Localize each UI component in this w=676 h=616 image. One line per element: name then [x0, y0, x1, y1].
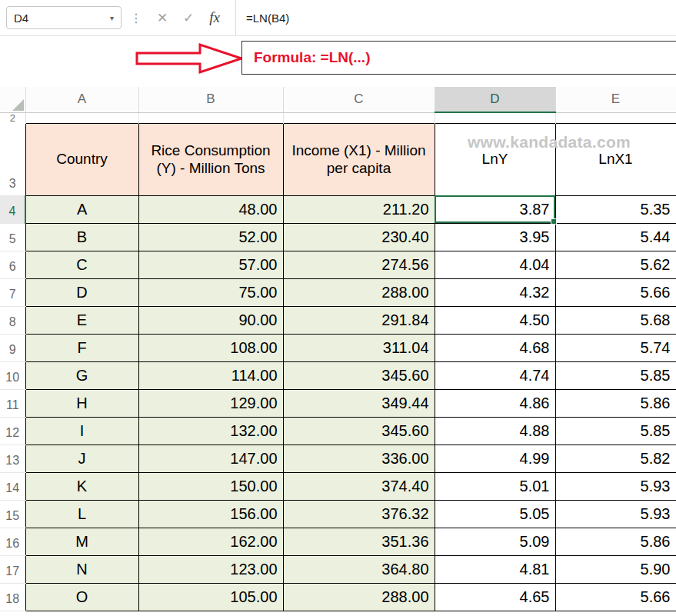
- cell[interactable]: 374.40: [283, 472, 435, 500]
- cell[interactable]: 4.50: [435, 306, 555, 334]
- cell[interactable]: 364.80: [283, 555, 435, 583]
- cell[interactable]: 5.86: [555, 389, 676, 417]
- row-number[interactable]: 6: [0, 251, 25, 278]
- cell[interactable]: 5.66: [555, 278, 676, 306]
- column-header[interactable]: C: [283, 87, 435, 112]
- cell[interactable]: 108.00: [138, 334, 283, 361]
- cell[interactable]: 4.74: [435, 361, 555, 389]
- cell[interactable]: 5.93: [555, 472, 676, 500]
- cell[interactable]: 211.20: [283, 195, 435, 223]
- cell[interactable]: I: [25, 417, 138, 445]
- cell[interactable]: F: [25, 334, 138, 361]
- cell[interactable]: 4.88: [435, 417, 555, 445]
- row-number[interactable]: 3: [0, 123, 25, 195]
- insert-function-button[interactable]: fx: [201, 5, 228, 31]
- cell[interactable]: 132.00: [138, 417, 283, 445]
- row-number[interactable]: 4: [0, 195, 25, 223]
- row-number[interactable]: 8: [0, 306, 25, 334]
- header-cell[interactable]: Country: [25, 123, 138, 195]
- cell[interactable]: 288.00: [283, 583, 435, 611]
- cell[interactable]: 5.86: [555, 528, 676, 555]
- row-number[interactable]: 13: [0, 445, 25, 472]
- row-number[interactable]: 5: [0, 223, 25, 251]
- cell[interactable]: 311.04: [283, 334, 435, 361]
- cell[interactable]: 75.00: [138, 278, 283, 306]
- select-all-button[interactable]: [0, 87, 25, 112]
- cell[interactable]: 4.32: [435, 278, 555, 306]
- enter-button[interactable]: ✓: [175, 5, 201, 31]
- cell[interactable]: 5.90: [555, 555, 676, 583]
- cell[interactable]: 4.81: [435, 555, 555, 583]
- header-cell[interactable]: LnY: [435, 123, 555, 195]
- chevron-down-icon[interactable]: ▾: [105, 14, 114, 22]
- cell[interactable]: 162.00: [138, 528, 283, 555]
- cell[interactable]: 48.00: [138, 195, 283, 223]
- cell[interactable]: [555, 112, 676, 123]
- cell[interactable]: A: [25, 195, 138, 223]
- cell[interactable]: 336.00: [283, 445, 435, 472]
- row-number[interactable]: 15: [0, 500, 25, 528]
- cell[interactable]: 105.00: [138, 583, 283, 611]
- row-number[interactable]: 18: [0, 583, 25, 611]
- header-cell[interactable]: LnX1: [555, 123, 676, 195]
- cell[interactable]: 150.00: [138, 472, 283, 500]
- cell[interactable]: L: [25, 500, 138, 528]
- cell[interactable]: 5.85: [555, 417, 676, 445]
- row-number[interactable]: 2: [0, 112, 25, 123]
- row-number[interactable]: 12: [0, 417, 25, 445]
- cell[interactable]: 5.66: [555, 583, 676, 611]
- cell[interactable]: 230.40: [283, 223, 435, 251]
- cell[interactable]: [25, 112, 138, 123]
- cell[interactable]: 351.36: [283, 528, 435, 555]
- cell[interactable]: 3.95: [435, 223, 555, 251]
- cell[interactable]: O: [25, 583, 138, 611]
- cell[interactable]: 123.00: [138, 555, 283, 583]
- cell[interactable]: 57.00: [138, 251, 283, 278]
- row-number[interactable]: 7: [0, 278, 25, 306]
- cell[interactable]: 5.82: [555, 445, 676, 472]
- header-cell[interactable]: Income (X1) - Million per capita: [283, 123, 435, 195]
- cell[interactable]: 4.68: [435, 334, 555, 361]
- row-number[interactable]: 17: [0, 555, 25, 583]
- cell[interactable]: 5.85: [555, 361, 676, 389]
- cell[interactable]: [435, 112, 555, 123]
- cell[interactable]: 345.60: [283, 361, 435, 389]
- cell[interactable]: 90.00: [138, 306, 283, 334]
- cell[interactable]: [138, 112, 283, 123]
- column-header[interactable]: A: [25, 87, 138, 112]
- cell[interactable]: 5.68: [555, 306, 676, 334]
- cell[interactable]: D: [25, 278, 138, 306]
- header-cell[interactable]: Rice Consumption (Y) - Million Tons: [138, 123, 283, 195]
- cell[interactable]: 5.01: [435, 472, 555, 500]
- cell[interactable]: K: [25, 472, 138, 500]
- cell[interactable]: 4.99: [435, 445, 555, 472]
- cell[interactable]: 349.44: [283, 389, 435, 417]
- cell[interactable]: G: [25, 361, 138, 389]
- cell[interactable]: 156.00: [138, 500, 283, 528]
- column-header[interactable]: D: [435, 87, 555, 112]
- cell[interactable]: 376.32: [283, 500, 435, 528]
- cell[interactable]: H: [25, 389, 138, 417]
- cell[interactable]: 5.09: [435, 528, 555, 555]
- cell[interactable]: N: [25, 555, 138, 583]
- cell[interactable]: 4.65: [435, 583, 555, 611]
- cell[interactable]: 5.74: [555, 334, 676, 361]
- row-number[interactable]: 14: [0, 472, 25, 500]
- cell[interactable]: 5.05: [435, 500, 555, 528]
- cell[interactable]: 3.87: [435, 195, 555, 223]
- cell[interactable]: 147.00: [138, 445, 283, 472]
- cell[interactable]: 288.00: [283, 278, 435, 306]
- cell[interactable]: J: [25, 445, 138, 472]
- row-number[interactable]: 9: [0, 334, 25, 361]
- cell[interactable]: 52.00: [138, 223, 283, 251]
- row-number[interactable]: 16: [0, 528, 25, 555]
- cell[interactable]: 129.00: [138, 389, 283, 417]
- cell[interactable]: 5.93: [555, 500, 676, 528]
- cell[interactable]: M: [25, 528, 138, 555]
- cancel-button[interactable]: ✕: [149, 5, 175, 31]
- cell[interactable]: 5.44: [555, 223, 676, 251]
- cell[interactable]: B: [25, 223, 138, 251]
- cell[interactable]: 4.86: [435, 389, 555, 417]
- cell[interactable]: 5.62: [555, 251, 676, 278]
- column-header[interactable]: E: [555, 87, 676, 112]
